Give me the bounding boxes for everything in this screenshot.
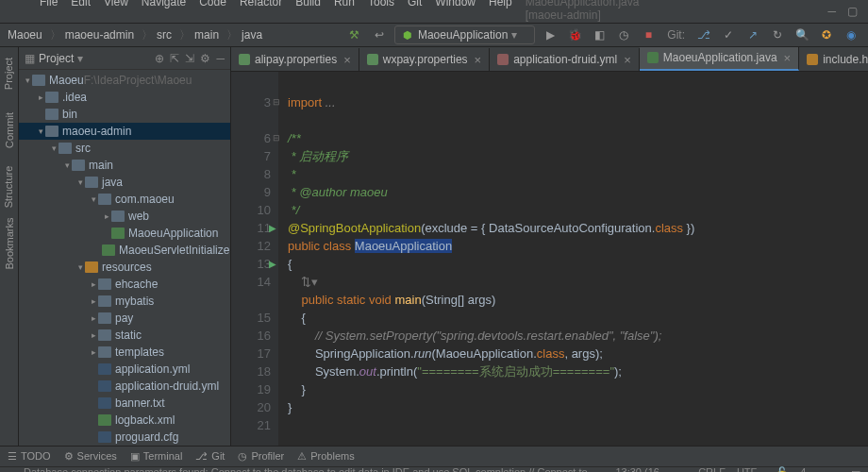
tree-arrow-icon[interactable]: ▾ bbox=[89, 194, 98, 204]
tree-arrow-icon[interactable]: ▾ bbox=[75, 177, 85, 187]
code-line[interactable]: } bbox=[288, 398, 868, 416]
code-line[interactable]: public class MaoeuApplication bbox=[288, 237, 868, 255]
tab-close-icon[interactable]: × bbox=[343, 53, 351, 67]
tree-item[interactable]: ▸pay bbox=[19, 310, 230, 327]
line-number[interactable]: 8 bbox=[231, 165, 271, 183]
tree-arrow-icon[interactable]: ▸ bbox=[102, 211, 111, 221]
code-line[interactable] bbox=[288, 76, 868, 93]
tree-item[interactable]: application.yml bbox=[19, 361, 230, 378]
line-number[interactable]: 16 bbox=[231, 327, 271, 345]
tree-arrow-icon[interactable]: ▾ bbox=[49, 143, 58, 153]
breadcrumb-item[interactable]: maoeu-admin bbox=[65, 28, 134, 42]
menu-build[interactable]: Build bbox=[295, 0, 321, 8]
line-number[interactable] bbox=[231, 291, 271, 309]
minimize-icon[interactable]: ─ bbox=[827, 5, 836, 18]
git-history-icon[interactable]: ↻ bbox=[768, 25, 787, 44]
line-number[interactable]: 14 bbox=[231, 273, 271, 291]
code-line[interactable]: // System.setProperty("spring.devtools.r… bbox=[288, 327, 868, 345]
fold-icon[interactable]: ⊟ bbox=[273, 129, 282, 147]
line-number[interactable]: 20 bbox=[231, 398, 271, 416]
fold-icon[interactable]: ⊟ bbox=[273, 93, 282, 111]
breadcrumb-item[interactable]: Maoeu bbox=[8, 28, 42, 42]
editor-tab[interactable]: application-druid.yml× bbox=[490, 48, 640, 71]
code-line[interactable]: ⊟/** bbox=[288, 129, 868, 147]
git-push-icon[interactable]: ↗ bbox=[743, 25, 762, 44]
tree-arrow-icon[interactable]: ▾ bbox=[23, 76, 32, 85]
menu-refactor[interactable]: Refactor bbox=[240, 0, 282, 8]
menu-git[interactable]: Git bbox=[408, 0, 422, 8]
back-icon[interactable]: ↩ bbox=[370, 25, 389, 44]
hide-icon[interactable]: ─ bbox=[216, 52, 225, 65]
code-line[interactable]: } bbox=[288, 380, 868, 398]
editor-tab[interactable]: include.html× bbox=[799, 48, 868, 71]
left-tab-commit[interactable]: Commit bbox=[4, 112, 15, 148]
tool-problems[interactable]: ⚠Problems bbox=[297, 450, 354, 463]
code-line[interactable] bbox=[288, 416, 868, 434]
left-tab-structure[interactable]: Structure bbox=[4, 166, 15, 209]
line-number[interactable]: 15 bbox=[231, 309, 271, 327]
code-line[interactable]: ⇅▾ bbox=[288, 273, 868, 291]
tab-close-icon[interactable]: × bbox=[784, 51, 792, 65]
line-number[interactable]: 18 bbox=[231, 362, 271, 380]
debug-icon[interactable]: 🐞 bbox=[565, 25, 584, 44]
line-number[interactable]: 17 bbox=[231, 345, 271, 362]
breadcrumb-item[interactable]: java bbox=[242, 28, 262, 42]
code-line[interactable]: * @author maoeu bbox=[288, 183, 868, 201]
tree-item[interactable]: ▾java bbox=[19, 174, 230, 191]
menu-tools[interactable]: Tools bbox=[368, 0, 394, 8]
code-editor[interactable]: 3678910▶1112▶131415161718192021 ✓ 1 ∧ ∨ … bbox=[231, 72, 868, 446]
tree-arrow-icon[interactable]: ▾ bbox=[62, 160, 72, 170]
tree-item[interactable]: ▾src bbox=[19, 140, 230, 157]
collapse-icon[interactable]: ⇲ bbox=[185, 52, 194, 65]
select-opened-icon[interactable]: ⊕ bbox=[155, 52, 164, 65]
tree-arrow-icon[interactable]: ▸ bbox=[89, 313, 98, 323]
project-toggle-icon[interactable]: ▦ bbox=[25, 52, 35, 65]
line-number[interactable]: 13 bbox=[231, 255, 271, 273]
code-line[interactable]: @SpringBootApplication(exclude = { DataS… bbox=[288, 219, 868, 237]
menu-help[interactable]: Help bbox=[489, 0, 512, 8]
settings-icon[interactable]: ✪ bbox=[817, 25, 836, 44]
code-line[interactable]: { bbox=[288, 255, 868, 273]
tree-item[interactable]: bin bbox=[19, 106, 230, 123]
tree-arrow-icon[interactable]: ▸ bbox=[89, 347, 98, 357]
search-icon[interactable]: 🔍 bbox=[793, 25, 811, 44]
tree-arrow-icon[interactable]: ▸ bbox=[36, 93, 45, 102]
code-line[interactable]: */ bbox=[288, 201, 868, 219]
menu-file[interactable]: File bbox=[40, 0, 58, 8]
left-tab-bookmarks[interactable]: Bookmarks bbox=[4, 217, 15, 269]
git-branch-icon[interactable]: ⎇ bbox=[694, 25, 713, 44]
menu-code[interactable]: Code bbox=[199, 0, 226, 8]
stop-icon[interactable]: ■ bbox=[639, 25, 658, 44]
hammer-build-icon[interactable]: ⚒ bbox=[345, 25, 364, 44]
project-tree[interactable]: ▾Maoeu F:\IdeaProject\Maoeu▸.ideabin▾mao… bbox=[19, 70, 230, 446]
line-number[interactable]: 21 bbox=[231, 416, 271, 434]
line-number[interactable]: 9 bbox=[231, 183, 271, 201]
tree-item[interactable]: proguard.cfg bbox=[19, 429, 230, 446]
tree-item[interactable]: MaoeuServletInitializer bbox=[19, 242, 230, 259]
menu-window[interactable]: Window bbox=[435, 0, 476, 8]
tree-item[interactable]: ▾com.maoeu bbox=[19, 191, 230, 208]
chevron-down-icon[interactable]: ▾ bbox=[77, 52, 83, 65]
gutter-run-icon[interactable]: ▶ bbox=[269, 255, 276, 273]
tree-item[interactable]: ▾Maoeu F:\IdeaProject\Maoeu bbox=[19, 72, 230, 89]
maximize-icon[interactable]: ▢ bbox=[847, 5, 858, 18]
indent[interactable]: 4 spaces bbox=[800, 466, 840, 473]
gutter-run-icon[interactable]: ▶ bbox=[269, 219, 276, 237]
editor-tab[interactable]: alipay.properties× bbox=[231, 48, 359, 71]
code-line[interactable]: ⊟import ... bbox=[288, 93, 868, 111]
tree-item[interactable]: ▸ehcache bbox=[19, 276, 230, 293]
tree-arrow-icon[interactable]: ▾ bbox=[36, 126, 45, 136]
line-number[interactable]: 19 bbox=[231, 380, 271, 398]
code-line[interactable]: { bbox=[288, 309, 868, 327]
menu-run[interactable]: Run bbox=[334, 0, 355, 8]
line-number[interactable]: 7 bbox=[231, 147, 271, 165]
breadcrumb-item[interactable]: main bbox=[194, 28, 219, 42]
tree-item[interactable]: ▾main bbox=[19, 157, 230, 174]
line-number[interactable]: 10 bbox=[231, 201, 271, 219]
tree-arrow-icon[interactable]: ▸ bbox=[89, 330, 98, 340]
tree-item[interactable]: logback.xml bbox=[19, 412, 230, 429]
status-tip[interactable]: Database connection parameters found: Co… bbox=[24, 466, 615, 473]
code-line[interactable]: SpringApplication.run(MaoeuApplication.c… bbox=[288, 345, 868, 362]
tree-item[interactable]: ▸static bbox=[19, 327, 230, 344]
menu-view[interactable]: View bbox=[104, 0, 128, 8]
